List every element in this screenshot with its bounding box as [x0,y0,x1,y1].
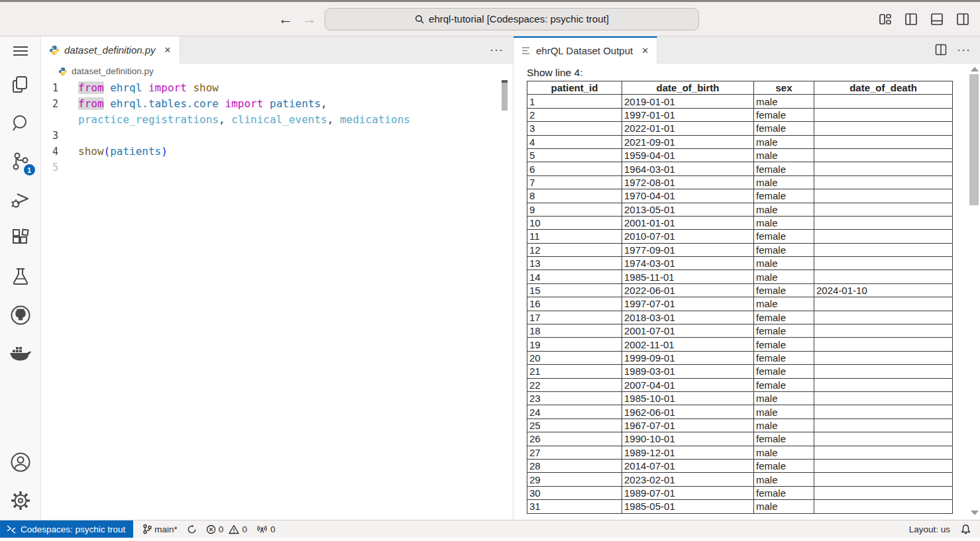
sidebar-item-explorer[interactable] [5,66,36,104]
code-line[interactable]: 1from ehrql import show [41,80,513,96]
table-cell: 2022-01-01 [622,122,754,135]
tab-close-icon[interactable]: ✕ [641,46,649,56]
table-cell: 1999-09-01 [622,351,754,364]
more-actions-icon[interactable]: ··· [957,43,971,57]
git-branch-icon [142,524,152,534]
sidebar-item-github[interactable] [5,296,36,334]
sidebar-item-source-control[interactable]: 1 [5,142,36,181]
toggle-primary-sidebar-icon[interactable] [903,11,919,27]
table-cell: female [754,162,814,175]
bell-notifications-icon[interactable] [961,524,971,534]
table-cell: female [754,230,814,243]
menu-button[interactable] [5,36,36,66]
table-cell [814,459,953,472]
sync-button[interactable] [187,524,197,534]
editor-scrollbar[interactable] [502,80,508,111]
address-search-bar[interactable]: ehrql-tutorial [Codespaces: psychic trou… [325,8,699,30]
table-cell: male [754,418,814,432]
table-cell: 9 [527,203,622,216]
table-cell: 1972-08-01 [622,175,754,189]
branch-indicator[interactable]: main* [142,524,178,534]
table-cell: 3 [527,122,622,135]
table-cell: male [754,203,814,216]
layout-indicator[interactable]: Layout: us [909,524,950,534]
toggle-panel-icon[interactable] [929,11,945,27]
code-editor[interactable]: 1from ehrql import show2from ehrql.table… [41,79,513,520]
table-cell [814,378,953,391]
table-row: 241962-06-01male [527,405,953,418]
problems-indicator[interactable]: 0 0 [206,524,247,534]
table-cell [814,189,953,203]
column-header: date_of_death [814,81,953,95]
table-cell: 1977-09-01 [622,243,754,256]
forward-arrow-icon[interactable]: → [302,12,317,26]
table-cell: male [754,391,814,405]
back-arrow-icon[interactable]: ← [278,12,293,26]
code-text: practice_registrations, clinical_events,… [78,112,410,128]
account-button[interactable] [5,443,36,481]
code-line[interactable]: practice_registrations, clinical_events,… [41,112,513,128]
table-row: 42021-09-01male [527,135,953,148]
table-cell: 27 [527,446,622,459]
scroll-down-icon[interactable] [971,511,979,515]
table-cell [814,297,953,311]
table-row: 222007-04-01female [527,378,953,391]
table-cell: 29 [527,473,622,486]
table-cell [814,203,953,216]
table-header-row: patient_iddate_of_birthsexdate_of_death [527,81,953,95]
table-cell: 31 [527,500,622,513]
toggle-secondary-sidebar-icon[interactable] [955,11,971,27]
scrollbar-thumb[interactable] [969,74,979,205]
tab-close-icon[interactable]: ✕ [164,45,172,55]
sidebar-item-testing[interactable] [5,258,36,296]
sidebar-item-extensions[interactable] [5,219,36,258]
table-cell: 22 [527,378,622,391]
editor-group-right: ehrQL Dataset Output ✕ ··· Show line 4: … [514,36,980,520]
sidebar-item-search[interactable] [5,104,36,142]
right-tab-bar: ehrQL Dataset Output ✕ ··· [514,36,980,64]
ports-indicator[interactable]: 0 [256,524,276,534]
split-editor-icon[interactable] [934,43,948,56]
customize-layout-icon[interactable] [877,11,893,27]
table-cell: 1985-11-01 [622,270,754,283]
table-cell: 1989-03-01 [622,365,754,378]
table-cell: 1989-12-01 [622,446,754,459]
table-cell: male [754,257,814,270]
table-cell: 20 [527,351,622,364]
table-cell: 1985-05-01 [622,500,754,513]
radio-tower-icon [256,524,268,534]
table-cell: 2010-07-01 [622,230,754,243]
activity-bar: 1 [0,36,41,520]
table-row: 211989-03-01female [527,365,953,378]
output-list-icon [521,46,531,55]
table-cell [814,270,953,283]
breadcrumb[interactable]: dataset_definition.py [41,64,513,79]
code-line[interactable]: 2from ehrql.tables.core import patients, [41,96,513,112]
settings-button[interactable] [5,481,36,520]
table-cell [814,95,953,108]
code-text: from ehrql import show [78,80,219,96]
table-row: 192002-11-01female [527,338,953,351]
code-line[interactable]: 3 [41,128,513,144]
scroll-up-icon[interactable] [971,67,979,72]
tab-ehrql-dataset-output[interactable]: ehrQL Dataset Output ✕ [514,36,657,64]
remote-indicator[interactable]: Codespaces: psychic trout [0,520,133,538]
table-row: 21997-01-01female [527,108,953,121]
more-actions-icon[interactable]: ··· [490,43,504,57]
sidebar-item-run-debug[interactable] [5,181,36,219]
tab-dataset-definition[interactable]: dataset_definition.py ✕ [41,36,180,64]
column-header: patient_id [527,81,622,95]
table-cell: female [754,243,814,256]
webview-scrollbar[interactable] [969,64,979,520]
sidebar-item-docker[interactable] [5,334,36,373]
table-row: 201999-09-01female [527,351,953,364]
table-cell: 10 [527,216,622,229]
code-line[interactable]: 4show(patients) [41,144,513,160]
search-icon [415,15,424,24]
table-cell [814,473,953,486]
table-cell [814,175,953,189]
table-cell: 2002-11-01 [622,338,754,351]
table-cell [814,500,953,513]
code-line[interactable]: 5 [41,160,513,175]
table-cell: male [754,135,814,148]
